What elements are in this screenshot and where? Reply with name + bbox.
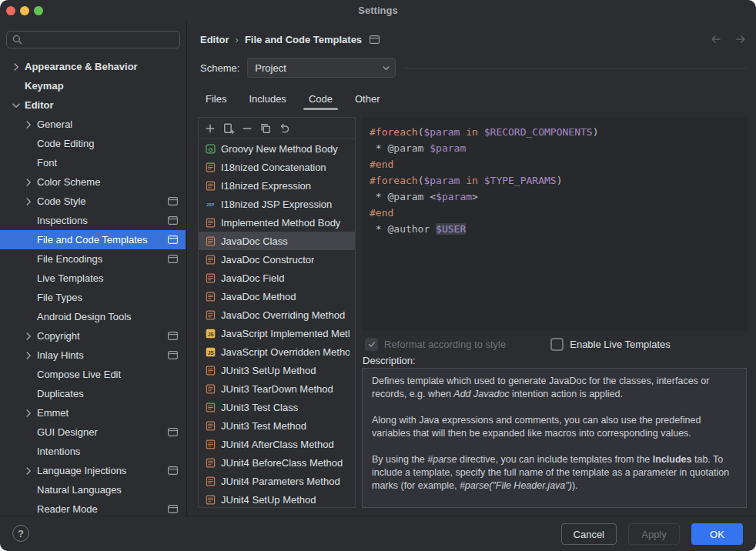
sidebar-item-font[interactable]: Font [0,153,186,172]
sidebar-item-copyright[interactable]: Copyright [0,326,186,346]
chevron-right-icon[interactable] [22,349,35,362]
create-template-button[interactable] [202,120,219,137]
template-editor[interactable]: #foreach($param in $RECORD_COMPONENTS) *… [362,117,747,331]
template-item-junit4-afterclass-method[interactable]: JUnit4 AfterClass Method [199,435,355,453]
chevron-right-icon[interactable] [22,407,35,419]
description-paragraph: Along with Java expressions and comments… [372,414,737,440]
sidebar-item-inspections[interactable]: Inspections [0,211,186,230]
chevron-right-icon[interactable] [22,119,35,131]
titlebar[interactable]: Settings [0,0,756,22]
tab-includes[interactable]: Includes [247,87,287,110]
sidebar-item-code-style[interactable]: Code Style [0,192,186,211]
description-box[interactable]: Defines template which used to generate … [362,368,747,508]
file-template-icon [204,235,216,247]
template-item-junit4-beforeclass-method[interactable]: JUnit4 BeforeClass Method [199,453,355,472]
chevron-right-icon[interactable] [22,176,35,189]
duplicate-template-button[interactable] [257,120,274,137]
chevron-right-icon[interactable] [22,465,35,477]
template-item-javadoc-class[interactable]: JavaDoc Class [199,232,355,250]
sidebar-item-file-types[interactable]: File Types [0,288,186,307]
chevron-spacer [22,272,35,285]
sidebar-item-compose-live-edit[interactable]: Compose Live Edit [0,365,186,384]
sidebar-item-natural-languages[interactable]: Natural Languages [0,480,186,499]
sidebar-item-emmet[interactable]: Emmet [0,403,186,422]
sidebar-item-keymap[interactable]: Keymap [0,76,186,95]
cancel-button[interactable]: Cancel [561,523,617,545]
sidebar-item-file-and-code-templates[interactable]: File and Code Templates [0,230,186,249]
template-item-javascript-implemented-method[interactable]: JSJavaScript Implemented Method [199,324,355,342]
chevron-right-icon[interactable] [22,330,35,342]
tab-code[interactable]: Code [307,87,334,110]
sidebar-item-gui-designer[interactable]: GUI Designer [0,422,186,442]
template-item-junit4-setup-method[interactable]: JUnit4 SetUp Method [199,490,355,507]
sidebar-item-appearance-behavior[interactable]: Appearance & Behavior [0,57,186,76]
sidebar-item-language-injections[interactable]: Language Injections [0,461,186,480]
sidebar-item-android-design-tools[interactable]: Android Design Tools [0,307,186,326]
create-child-template-button[interactable] [220,120,237,137]
sidebar-item-file-encodings[interactable]: File Encodings [0,249,186,269]
live-templates-option[interactable]: Enable Live Templates [550,338,671,351]
tab-files[interactable]: Files [204,87,228,110]
chevron-spacer [22,138,35,150]
sidebar-item-intentions[interactable]: Intentions [0,442,186,461]
template-item-junit3-setup-method[interactable]: JUnit3 SetUp Method [199,361,355,379]
sidebar-item-reader-mode[interactable]: Reader Mode [0,499,186,516]
sidebar-item-label: Compose Live Edit [37,369,121,380]
minimize-button[interactable] [20,6,29,15]
apply-button[interactable]: Apply [628,523,680,545]
forward-arrow-icon[interactable] [734,33,747,45]
settings-tree[interactable]: Appearance & BehaviorKeymapEditorGeneral… [0,57,186,516]
sidebar-item-color-scheme[interactable]: Color Scheme [0,172,186,192]
template-item-javadoc-overriding-method[interactable]: JavaDoc Overriding Method [199,306,355,324]
template-item-implemented-method-body[interactable]: Implemented Method Body [199,213,355,232]
template-list-toolbar [199,118,355,139]
template-item-junit3-teardown-method[interactable]: JUnit3 TearDown Method [199,379,355,398]
template-item-junit3-test-method[interactable]: JUnit3 Test Method [199,416,355,435]
template-item-javadoc-method[interactable]: JavaDoc Method [199,287,355,306]
chevron-spacer [22,426,35,439]
template-list[interactable]: GGroovy New Method BodyI18nized Concaten… [199,139,355,507]
template-item-javadoc-field[interactable]: JavaDoc Field [199,269,355,287]
template-item-junit3-test-class[interactable]: JUnit3 Test Class [199,398,355,416]
sidebar-item-label: File and Code Templates [37,234,148,245]
traffic-lights [6,6,43,15]
template-item-javascript-overridden-method[interactable]: JSJavaScript Overridden Method [199,342,355,361]
template-item-i18nized-expression[interactable]: I18nized Expression [199,176,355,195]
template-item-i18nized-jsp-expression[interactable]: JSPI18nized JSP Expression [199,195,355,213]
file-plus-icon [222,122,235,135]
sidebar-item-duplicates[interactable]: Duplicates [0,384,186,403]
live-templates-checkbox[interactable] [550,338,564,351]
code-line: * @param <$param> [370,189,739,205]
sidebar-item-general[interactable]: General [0,115,186,134]
chevron-spacer [22,215,35,227]
reformat-option[interactable]: Reformat according to style [365,338,506,351]
ok-button[interactable]: OK [691,523,743,545]
template-item-javadoc-constructor[interactable]: JavaDoc Constructor [199,250,355,269]
template-item-junit4-parameters-method[interactable]: JUnit4 Parameters Method [199,472,355,490]
help-button[interactable]: ? [12,525,29,542]
back-arrow-icon[interactable] [710,33,722,45]
search-box[interactable] [6,31,180,48]
file-template-icon [204,475,216,487]
reformat-checkbox[interactable] [365,338,378,351]
reset-to-default-button[interactable] [276,120,293,137]
zoom-button[interactable] [34,6,43,15]
sidebar-item-inlay-hints[interactable]: Inlay Hints [0,346,186,365]
window-icon [168,428,178,436]
template-item-i18nized-concatenation[interactable]: I18nized Concatenation [199,158,355,176]
scheme-dropdown[interactable]: Project [247,58,396,78]
chevron-right-icon[interactable] [9,61,23,73]
search-input[interactable] [27,34,175,45]
breadcrumb-item-editor[interactable]: Editor [200,34,229,45]
description-paragraph: Predefined variables take the following … [372,506,737,508]
tab-other[interactable]: Other [353,87,382,110]
sidebar-item-editor[interactable]: Editor [0,95,186,115]
remove-template-button[interactable] [239,120,256,137]
sidebar-item-live-templates[interactable]: Live Templates [0,269,186,288]
template-item-groovy-new-method-body[interactable]: GGroovy New Method Body [199,139,355,158]
sidebar-item-code-editing[interactable]: Code Editing [0,134,186,153]
chevron-down-icon[interactable] [9,99,23,112]
plus-icon [204,122,216,135]
close-button[interactable] [6,6,15,15]
chevron-right-icon[interactable] [22,195,35,208]
